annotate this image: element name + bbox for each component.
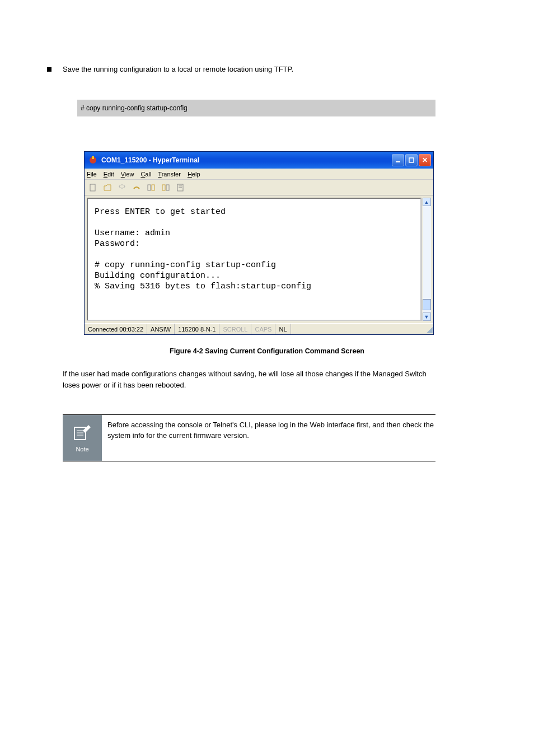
svg-rect-8 (162, 185, 165, 190)
note-text: Before accessing the console or Telnet's… (102, 415, 435, 461)
svg-rect-13 (74, 427, 86, 440)
status-nl: NL (275, 324, 291, 334)
status-connected: Connected 00:03:22 (85, 324, 147, 334)
command-example: # copy running-config startup-config (77, 100, 435, 116)
note-icon-panel: Note (63, 415, 102, 461)
terminal-output[interactable]: Press ENTER to get started Username: adm… (87, 198, 421, 321)
app-icon (88, 155, 98, 165)
note-icon (73, 424, 92, 445)
menubar: File Edit View Call Transfer Help (85, 169, 433, 180)
hyperterminal-window: COM1_115200 - HyperTerminal ✕ File Edit … (84, 151, 434, 335)
new-icon[interactable] (87, 181, 99, 194)
hangup-icon[interactable] (130, 181, 143, 194)
svg-rect-9 (166, 185, 169, 190)
svg-rect-7 (152, 185, 154, 190)
titlebar: COM1_115200 - HyperTerminal ✕ (85, 152, 433, 169)
receive-icon[interactable] (160, 181, 172, 194)
svg-rect-3 (409, 158, 414, 162)
menu-help[interactable]: Help (188, 171, 200, 178)
menu-file[interactable]: File (87, 171, 97, 178)
menu-call[interactable]: Call (140, 171, 151, 178)
scroll-down-icon[interactable]: ▼ (423, 312, 431, 321)
figure-caption: Figure 4-2 Saving Current Configuration … (0, 347, 534, 355)
status-encoding: ANSIW (147, 324, 175, 334)
scroll-track[interactable] (423, 206, 431, 312)
command-text: # copy running-config startup-config (81, 104, 188, 112)
menu-transfer[interactable]: Transfer (158, 171, 181, 178)
close-button[interactable]: ✕ (419, 154, 431, 166)
properties-icon[interactable] (174, 181, 186, 194)
vertical-scrollbar[interactable]: ▲ ▼ (421, 198, 431, 321)
resize-grip-icon[interactable]: ◢ (423, 324, 433, 334)
status-settings: 115200 8-N-1 (175, 324, 219, 334)
status-caps: CAPS (251, 324, 275, 334)
bullet-icon (47, 67, 51, 72)
phone-icon[interactable] (116, 181, 128, 194)
note-box: Note Before accessing the console or Tel… (63, 414, 435, 461)
note-label: Note (76, 446, 88, 452)
status-scroll: SCROLL (219, 324, 251, 334)
svg-point-5 (119, 185, 125, 188)
window-title: COM1_115200 - HyperTerminal (101, 156, 392, 164)
toolbar (85, 180, 433, 195)
maximize-button[interactable] (405, 154, 418, 166)
warning-paragraph: If the user had made configurations chan… (63, 368, 435, 391)
svg-rect-2 (396, 161, 400, 162)
svg-rect-4 (90, 184, 95, 191)
statusbar: Connected 00:03:22 ANSIW 115200 8-N-1 SC… (85, 323, 433, 334)
menu-view[interactable]: View (121, 171, 134, 178)
scroll-up-icon[interactable]: ▲ (423, 198, 431, 206)
save-instruction: Save the running configuration to a loca… (63, 65, 293, 73)
minimize-button[interactable] (392, 154, 404, 166)
svg-rect-6 (148, 185, 151, 190)
send-icon[interactable] (145, 181, 157, 194)
svg-rect-1 (92, 156, 94, 159)
scroll-thumb[interactable] (423, 299, 431, 310)
menu-edit[interactable]: Edit (104, 171, 114, 178)
open-icon[interactable] (101, 181, 114, 194)
